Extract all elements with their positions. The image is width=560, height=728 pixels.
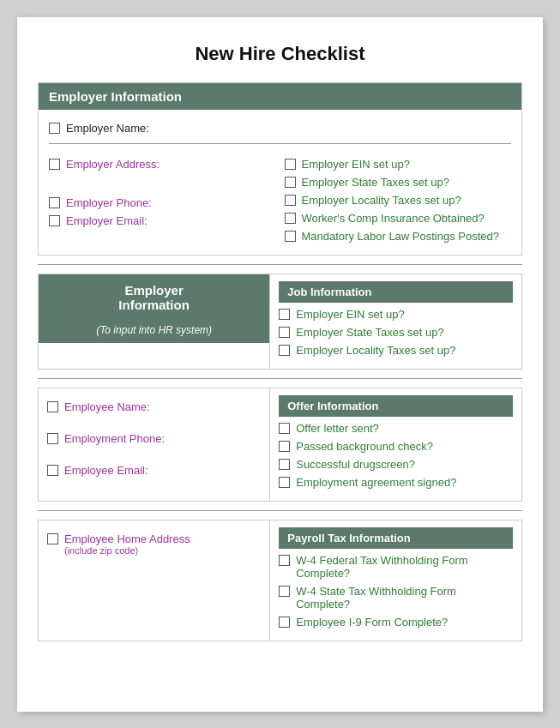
divider1 (49, 143, 511, 144)
employment-phone-row: Employment Phone: (47, 432, 261, 445)
employer-address-checkbox[interactable] (49, 159, 60, 170)
job-state-taxes-checkbox[interactable] (279, 327, 290, 338)
offer-info-header: Offer Information (279, 395, 513, 417)
employment-agreement-row: Employment agreement signed? (279, 476, 513, 489)
job-locality-taxes-row: Employer Locality Taxes set up? (279, 344, 513, 357)
employment-agreement-checkbox[interactable] (279, 477, 290, 488)
labor-law-label: Mandatory Labor Law Postings Posted? (302, 230, 500, 243)
section4-right: Payroll Tax Information W-4 Federal Tax … (270, 520, 521, 641)
employee-address-label: Employee Home Address (64, 532, 190, 545)
section3-right: Offer Information Offer letter sent? Pas… (270, 388, 521, 501)
employer-info-box-subtext: (To input into HR system) (39, 321, 269, 343)
labor-law-checkbox[interactable] (285, 231, 296, 242)
background-check-checkbox[interactable] (279, 441, 290, 452)
divider3 (38, 378, 522, 379)
job-ein-label: Employer EIN set up? (296, 308, 404, 321)
drugscreen-label: Successful drugscreen? (296, 458, 415, 471)
employee-email-label: Employee Email: (64, 464, 148, 477)
section4-left: Employee Home Address (include zip code) (39, 520, 270, 641)
ein-label: Employer EIN set up? (302, 158, 410, 171)
w4-state-checkbox[interactable] (279, 586, 290, 597)
page-title: New Hire Checklist (38, 43, 522, 65)
ein-row: Employer EIN set up? (285, 158, 512, 171)
section3-left: Employee Name: Employment Phone: Employe… (39, 388, 270, 501)
drugscreen-row: Successful drugscreen? (279, 458, 513, 471)
payroll-tax-header: Payroll Tax Information (279, 527, 513, 549)
employment-phone-label: Employment Phone: (64, 432, 165, 445)
state-taxes-label: Employer State Taxes set up? (302, 176, 449, 189)
employer-email-row: Employer Email: (49, 214, 276, 227)
employer-info-box-header: EmployerInformation (39, 274, 269, 321)
w4-state-row: W-4 State Tax Withholding Form Complete? (279, 585, 513, 611)
i9-label: Employee I-9 Form Complete? (296, 616, 448, 629)
background-check-label: Passed background check? (296, 440, 433, 453)
background-check-row: Passed background check? (279, 440, 513, 453)
job-ein-row: Employer EIN set up? (279, 308, 513, 321)
workers-comp-label: Worker's Comp Insurance Obtained? (302, 212, 485, 225)
employment-agreement-label: Employment agreement signed? (296, 476, 456, 489)
w4-state-label: W-4 State Tax Withholding Form Complete? (296, 585, 513, 611)
employer-phone-checkbox[interactable] (49, 197, 60, 208)
w4-federal-row: W-4 Federal Tax Withholding Form Complet… (279, 554, 513, 580)
employer-info-section: Employer Information Employer Name: Empl… (38, 82, 522, 256)
employer-address-label: Employer Address: (66, 158, 160, 171)
employer-name-label: Employer Name: (66, 122, 149, 135)
employee-name-checkbox[interactable] (47, 401, 58, 412)
employee-address-note: (include zip code) (64, 545, 190, 556)
employee-address-checkbox[interactable] (47, 533, 58, 544)
section2-left: EmployerInformation (To input into HR sy… (39, 274, 270, 369)
employer-phone-label: Employer Phone: (66, 196, 152, 209)
state-taxes-row: Employer State Taxes set up? (285, 176, 512, 189)
job-state-taxes-label: Employer State Taxes set up? (296, 326, 443, 339)
employer-info-box-title: EmployerInformation (118, 283, 190, 312)
employer-phone-row: Employer Phone: (49, 196, 276, 209)
employee-email-checkbox[interactable] (47, 465, 58, 476)
locality-taxes-label: Employer Locality Taxes set up? (302, 194, 461, 207)
job-info-header: Job Information (279, 281, 513, 303)
locality-taxes-checkbox[interactable] (285, 195, 296, 206)
employer-email-checkbox[interactable] (49, 215, 60, 226)
drugscreen-checkbox[interactable] (279, 459, 290, 470)
page: New Hire Checklist Employer Information … (17, 17, 543, 712)
employer-info-header: Employer Information (39, 83, 521, 110)
w4-federal-checkbox[interactable] (279, 555, 290, 566)
employment-phone-checkbox[interactable] (47, 433, 58, 444)
employer-right-col: Employer EIN set up? Employer State Taxe… (285, 153, 512, 248)
section3: Employee Name: Employment Phone: Employe… (38, 388, 522, 502)
employee-email-row: Employee Email: (47, 464, 261, 477)
employer-email-label: Employer Email: (66, 214, 148, 227)
divider2 (38, 264, 522, 265)
workers-comp-row: Worker's Comp Insurance Obtained? (285, 212, 512, 225)
employer-name-checkbox[interactable] (49, 123, 60, 134)
state-taxes-checkbox[interactable] (285, 177, 296, 188)
section2-right: Job Information Employer EIN set up? Emp… (270, 274, 521, 369)
labor-law-row: Mandatory Labor Law Postings Posted? (285, 230, 512, 243)
offer-letter-row: Offer letter sent? (279, 422, 513, 435)
employer-address-row: Employer Address: (49, 158, 276, 171)
i9-row: Employee I-9 Form Complete? (279, 616, 513, 629)
employee-address-label-group: Employee Home Address (include zip code) (64, 532, 190, 556)
employee-address-row: Employee Home Address (include zip code) (47, 532, 261, 556)
locality-taxes-row: Employer Locality Taxes set up? (285, 194, 512, 207)
offer-letter-checkbox[interactable] (279, 423, 290, 434)
section2: EmployerInformation (To input into HR sy… (38, 274, 522, 370)
i9-checkbox[interactable] (279, 617, 290, 628)
job-locality-taxes-checkbox[interactable] (279, 345, 290, 356)
employer-left-col: Employer Address: Employer Phone: Employ… (49, 153, 276, 248)
job-state-taxes-row: Employer State Taxes set up? (279, 326, 513, 339)
employer-name-row: Employer Name: (49, 122, 511, 135)
job-locality-taxes-label: Employer Locality Taxes set up? (296, 344, 455, 357)
w4-federal-label: W-4 Federal Tax Withholding Form Complet… (296, 554, 513, 580)
divider4 (38, 510, 522, 511)
ein-checkbox[interactable] (285, 159, 296, 170)
employer-two-col: Employer Address: Employer Phone: Employ… (49, 153, 511, 248)
offer-letter-label: Offer letter sent? (296, 422, 379, 435)
workers-comp-checkbox[interactable] (285, 213, 296, 224)
job-ein-checkbox[interactable] (279, 309, 290, 320)
section4: Employee Home Address (include zip code)… (38, 520, 522, 641)
employee-name-row: Employee Name: (47, 400, 261, 413)
employee-name-label: Employee Name: (64, 400, 150, 413)
